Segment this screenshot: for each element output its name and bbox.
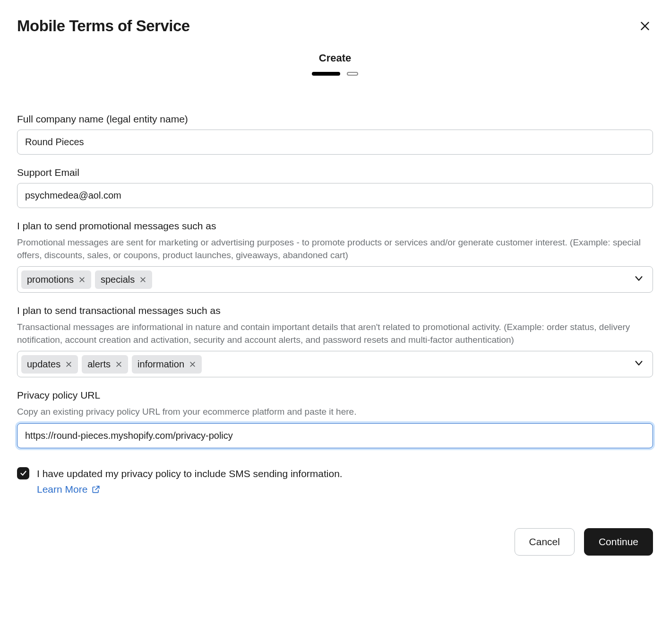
privacy-url-input[interactable] xyxy=(17,423,653,448)
step-pill-active xyxy=(312,72,340,76)
close-icon xyxy=(189,361,196,368)
consent-label: I have updated my privacy policy to incl… xyxy=(37,466,343,481)
consent-row: I have updated my privacy policy to incl… xyxy=(17,466,653,496)
learn-more-link[interactable]: Learn More xyxy=(37,484,101,495)
privacy-url-helper: Copy an existing privacy policy URL from… xyxy=(17,406,653,418)
close-icon xyxy=(139,276,146,283)
tag-label: alerts xyxy=(87,359,111,370)
check-icon xyxy=(19,469,27,477)
promotional-label: I plan to send promotional messages such… xyxy=(17,220,653,232)
transactional-label: I plan to send transactional messages su… xyxy=(17,305,653,316)
close-icon xyxy=(639,20,651,32)
page-title: Mobile Terms of Service xyxy=(17,17,190,35)
step-indicators xyxy=(312,72,358,76)
tag-label: specials xyxy=(101,274,135,285)
company-name-label: Full company name (legal entity name) xyxy=(17,113,653,125)
support-email-section: Support Email xyxy=(17,167,653,208)
modal-header: Mobile Terms of Service xyxy=(17,17,653,35)
remove-tag-updates[interactable] xyxy=(65,361,72,368)
chevron-down-icon xyxy=(634,358,644,370)
support-email-input[interactable] xyxy=(17,183,653,208)
promotional-section: I plan to send promotional messages such… xyxy=(17,220,653,293)
cancel-button[interactable]: Cancel xyxy=(515,528,575,556)
close-icon xyxy=(78,276,86,283)
chevron-down-icon xyxy=(634,273,644,286)
close-icon xyxy=(115,361,122,368)
promotional-helper: Promotional messages are sent for market… xyxy=(17,236,653,261)
step-pill-inactive xyxy=(347,72,358,76)
tag-label: updates xyxy=(27,359,60,370)
external-link-icon xyxy=(91,485,101,494)
promotional-tag-select[interactable]: promotions specials xyxy=(17,266,653,293)
transactional-tag-select[interactable]: updates alerts information xyxy=(17,351,653,377)
tag-alerts: alerts xyxy=(82,355,128,374)
learn-more-text: Learn More xyxy=(37,484,87,495)
tag-promotions: promotions xyxy=(21,270,91,289)
tag-specials: specials xyxy=(95,270,152,289)
company-name-section: Full company name (legal entity name) xyxy=(17,113,653,155)
remove-tag-alerts[interactable] xyxy=(115,361,122,368)
close-button[interactable] xyxy=(637,18,653,34)
step-label: Create xyxy=(319,52,351,64)
stepper: Create xyxy=(17,52,653,76)
privacy-url-label: Privacy policy URL xyxy=(17,390,653,401)
consent-checkbox[interactable] xyxy=(17,467,29,479)
support-email-label: Support Email xyxy=(17,167,653,178)
tag-label: information xyxy=(137,359,184,370)
tag-label: promotions xyxy=(27,274,74,285)
close-icon xyxy=(65,361,72,368)
transactional-section: I plan to send transactional messages su… xyxy=(17,305,653,377)
continue-button[interactable]: Continue xyxy=(584,528,653,556)
privacy-url-section: Privacy policy URL Copy an existing priv… xyxy=(17,390,653,448)
remove-tag-information[interactable] xyxy=(189,361,196,368)
footer-actions: Cancel Continue xyxy=(17,528,653,556)
company-name-input[interactable] xyxy=(17,130,653,155)
transactional-helper: Transactional messages are informational… xyxy=(17,321,653,346)
tag-information: information xyxy=(132,355,202,374)
tag-updates: updates xyxy=(21,355,78,374)
remove-tag-specials[interactable] xyxy=(139,276,146,283)
remove-tag-promotions[interactable] xyxy=(78,276,86,283)
